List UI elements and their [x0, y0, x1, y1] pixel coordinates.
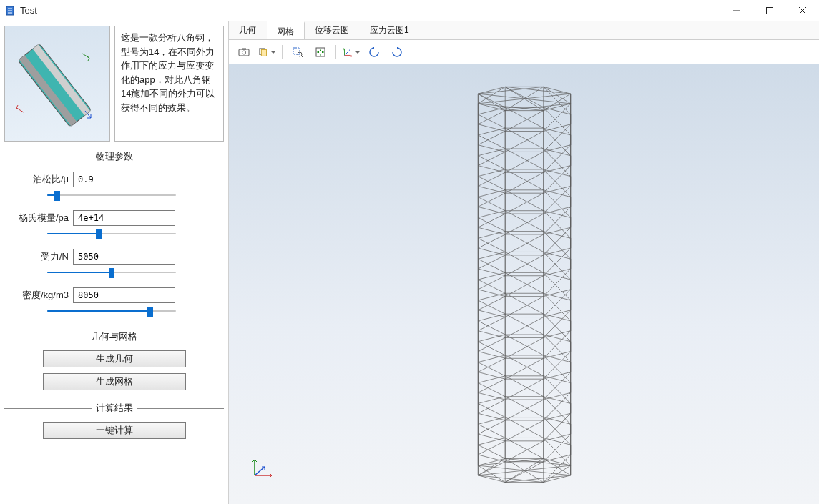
- svg-line-44: [478, 94, 505, 107]
- svg-line-72: [478, 152, 505, 165]
- svg-marker-28: [478, 335, 570, 358]
- axis-gizmo-icon: [247, 454, 276, 483]
- screenshot-icon[interactable]: [235, 43, 253, 61]
- viewer-toolbar: zyx: [229, 40, 819, 64]
- svg-line-68: [543, 144, 570, 172]
- svg-line-268: [478, 382, 505, 396]
- close-button[interactable]: [786, 0, 819, 21]
- rotate-ccw-icon[interactable]: [365, 43, 383, 61]
- force-slider[interactable]: [47, 267, 176, 277]
- svg-marker-23: [478, 231, 570, 255]
- svg-line-104: [478, 193, 505, 207]
- density-label: 密度/kg/m3: [4, 289, 73, 302]
- youngs-input[interactable]: [73, 210, 175, 226]
- 3d-viewport[interactable]: [229, 64, 819, 504]
- svg-marker-27: [478, 314, 570, 337]
- youngs-slider[interactable]: [47, 229, 176, 239]
- svg-line-284: [478, 403, 505, 417]
- tab-bar: 几何 网格 位移云图 应力云图1: [229, 21, 819, 40]
- section-results: 计算结果: [4, 402, 224, 415]
- copy-icon[interactable]: [258, 43, 276, 61]
- svg-rect-1: [767, 7, 773, 14]
- svg-line-316: [478, 445, 505, 458]
- svg-line-260: [543, 392, 570, 420]
- svg-line-308: [543, 454, 570, 482]
- compute-button[interactable]: 一键计算: [43, 422, 186, 439]
- svg-text:z: z: [349, 48, 351, 51]
- svg-line-160: [543, 231, 570, 259]
- svg-line-144: [543, 210, 570, 238]
- svg-line-232: [478, 358, 505, 372]
- svg-line-280: [478, 420, 505, 433]
- tab-displacement[interactable]: 位移云图: [305, 21, 360, 39]
- svg-line-148: [543, 248, 570, 276]
- poisson-slider[interactable]: [47, 190, 176, 200]
- svg-line-196: [543, 310, 570, 337]
- poisson-input[interactable]: [73, 172, 175, 187]
- tab-mesh[interactable]: 网格: [267, 21, 305, 39]
- svg-line-96: [543, 149, 570, 177]
- svg-line-212: [543, 330, 570, 358]
- tab-stress-1[interactable]: 应力云图1: [360, 21, 420, 39]
- svg-line-76: [478, 134, 505, 148]
- generate-mesh-button[interactable]: 生成网格: [43, 373, 186, 390]
- svg-rect-5: [239, 49, 249, 56]
- svg-line-140: [478, 217, 505, 231]
- svg-line-252: [478, 362, 505, 375]
- svg-marker-21: [478, 189, 570, 213]
- svg-marker-31: [478, 396, 570, 420]
- svg-marker-18: [478, 128, 570, 152]
- svg-line-56: [478, 131, 505, 144]
- svg-line-224: [543, 314, 570, 342]
- zoom-box-icon[interactable]: [288, 43, 307, 61]
- svg-line-168: [478, 275, 505, 289]
- axes-icon[interactable]: zyx: [342, 43, 361, 61]
- svg-rect-10: [293, 48, 300, 54]
- force-input[interactable]: [73, 249, 175, 265]
- density-input[interactable]: [73, 287, 175, 303]
- svg-line-108: [478, 176, 505, 189]
- svg-line-276: [543, 413, 570, 441]
- svg-line-188: [478, 280, 505, 293]
- svg-line-248: [478, 379, 505, 392]
- svg-line-208: [543, 293, 570, 321]
- minimize-button[interactable]: [720, 0, 753, 21]
- svg-line-228: [543, 351, 570, 379]
- window-title: Test: [20, 5, 37, 16]
- svg-rect-2: [18, 44, 92, 127]
- youngs-label: 杨氏模量/pa: [4, 212, 73, 224]
- maximize-button[interactable]: [753, 0, 786, 21]
- svg-line-184: [478, 296, 505, 310]
- rotate-cw-icon[interactable]: [388, 43, 406, 61]
- tab-geom[interactable]: 几何: [229, 21, 267, 39]
- svg-point-6: [242, 51, 246, 54]
- model-thumbnail: [4, 26, 110, 142]
- mesh-wireframe: [446, 84, 603, 485]
- svg-marker-19: [478, 149, 570, 172]
- force-label: 受力/N: [4, 250, 73, 263]
- svg-line-116: [543, 207, 570, 234]
- svg-line-84: [543, 165, 570, 193]
- svg-line-152: [478, 255, 505, 268]
- svg-line-132: [543, 227, 570, 255]
- fit-icon[interactable]: [311, 43, 330, 61]
- svg-line-264: [478, 400, 505, 413]
- density-slider[interactable]: [47, 306, 176, 316]
- svg-text:x: x: [350, 54, 353, 58]
- svg-line-92: [478, 155, 505, 169]
- svg-line-48: [543, 87, 570, 114]
- svg-marker-32: [478, 417, 570, 440]
- svg-line-112: [543, 169, 570, 197]
- svg-line-88: [478, 172, 505, 186]
- description-box: 这是一款分析八角钢，型号为14，在不同外力作用下的应力与应变变化的app，对此八…: [114, 26, 224, 142]
- generate-geometry-button[interactable]: 生成几何: [43, 350, 186, 367]
- svg-marker-17: [478, 107, 570, 131]
- svg-rect-7: [242, 48, 246, 49]
- svg-line-180: [543, 289, 570, 317]
- svg-line-192: [543, 272, 570, 300]
- section-params: 物理参数: [4, 150, 224, 163]
- svg-line-256: [543, 355, 570, 382]
- svg-line-220: [478, 320, 505, 334]
- svg-line-100: [543, 186, 570, 214]
- svg-line-156: [478, 238, 505, 252]
